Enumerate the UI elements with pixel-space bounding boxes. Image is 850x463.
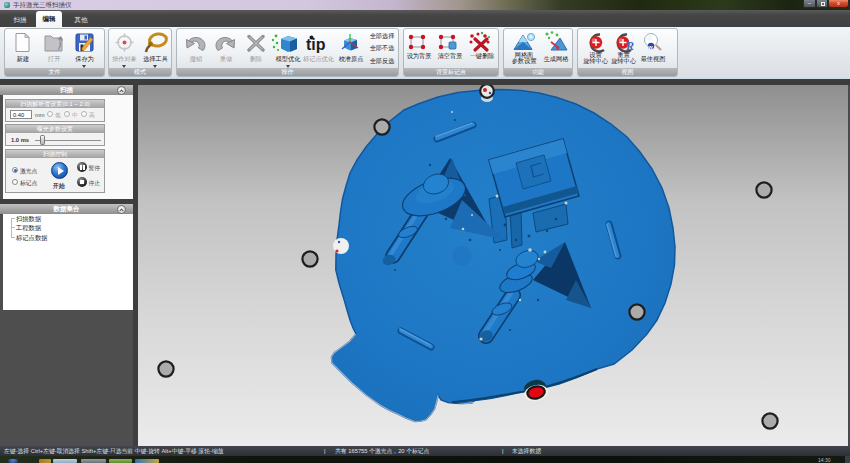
svg-text:w: w <box>647 44 653 50</box>
svg-text:tip: tip <box>306 36 326 53</box>
